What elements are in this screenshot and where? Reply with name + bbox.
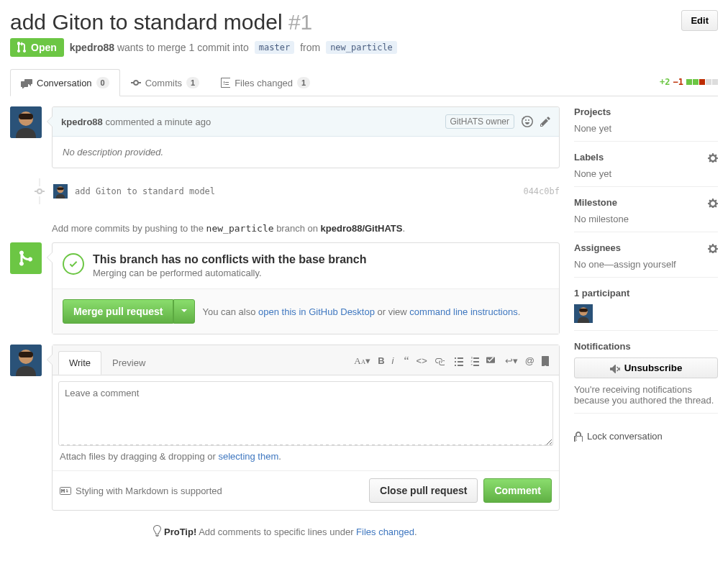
markdown-hint[interactable]: Styling with Markdown is supported — [60, 485, 222, 496]
italic-icon[interactable]: i — [392, 355, 394, 366]
tab-conversation[interactable]: Conversation 0 — [10, 69, 120, 96]
owner-badge: GitHATS owner — [445, 114, 514, 129]
git-commit-icon — [35, 186, 45, 196]
check-icon — [63, 253, 84, 275]
sidebar-projects-value: None yet — [574, 123, 718, 134]
commit-sha[interactable]: 044c0bf — [523, 186, 560, 196]
unsubscribe-button[interactable]: Unsubscribe — [574, 357, 718, 378]
head-branch[interactable]: new_particle — [326, 41, 397, 54]
comment-button[interactable]: Comment — [483, 478, 552, 503]
avatar[interactable] — [10, 106, 42, 138]
pr-author[interactable]: kpedro88 — [70, 42, 114, 53]
merge-hint: You can also open this in GitHub Desktop… — [202, 306, 520, 317]
tab-preview[interactable]: Preview — [101, 351, 156, 375]
comment-body: No description provided. — [53, 137, 559, 168]
sidebar-labels-value: None yet — [574, 168, 718, 179]
state-open-badge: Open — [10, 38, 64, 57]
mute-icon — [610, 363, 620, 373]
push-hint: Add more commits by pushing to the new_p… — [10, 204, 560, 242]
file-diff-icon — [221, 77, 230, 88]
comment-discussion-icon — [21, 78, 32, 88]
list-ul-icon[interactable] — [455, 356, 463, 366]
diffstat: +2 −1 — [660, 77, 718, 87]
markdown-icon — [60, 487, 71, 495]
link-icon[interactable] — [434, 356, 445, 366]
sidebar-milestone-value: No milestone — [574, 214, 718, 224]
mention-icon[interactable]: @ — [525, 355, 534, 366]
quote-icon[interactable]: “ — [404, 355, 409, 368]
edit-button[interactable]: Edit — [681, 10, 718, 31]
git-merge-icon — [10, 242, 42, 274]
sidebar-projects-title[interactable]: Projects — [574, 106, 718, 117]
merge-status-sub: Merging can be performed automatically. — [93, 268, 367, 278]
sidebar-assignees-value[interactable]: No one—assign yourself — [574, 259, 718, 270]
gear-icon[interactable] — [708, 198, 718, 208]
pr-title: add Giton to standard model #1 — [10, 10, 312, 34]
participant-avatar[interactable] — [574, 304, 593, 323]
add-reaction-icon[interactable]: + — [522, 116, 533, 127]
commit-row: add Giton to standard model 044c0bf — [10, 178, 560, 204]
git-pull-request-icon — [17, 42, 27, 53]
gear-icon[interactable] — [708, 243, 718, 253]
tab-write[interactable]: Write — [58, 351, 101, 375]
heading-icon[interactable]: AA▾ — [354, 355, 370, 367]
comment-textarea[interactable] — [58, 381, 553, 446]
sidebar-labels-title[interactable]: Labels — [574, 152, 718, 163]
sidebar-milestone-title[interactable]: Milestone — [574, 197, 718, 208]
attach-hint: Attach files by dragging & dropping or s… — [58, 448, 553, 465]
sidebar-notifications-title: Notifications — [574, 341, 718, 352]
reply-icon[interactable]: ↩▾ — [505, 355, 518, 366]
bold-icon[interactable]: B — [378, 355, 384, 366]
list-ol-icon[interactable] — [470, 356, 479, 366]
merge-button[interactable]: Merge pull request — [63, 299, 173, 324]
avatar[interactable] — [10, 345, 42, 376]
close-pr-button[interactable]: Close pull request — [369, 478, 478, 503]
lock-icon — [574, 432, 583, 442]
pencil-icon[interactable] — [540, 116, 550, 127]
merge-status-title: This branch has no conflicts with the ba… — [93, 253, 367, 266]
tasklist-icon[interactable] — [486, 356, 495, 366]
svg-text:+: + — [522, 116, 525, 122]
base-branch[interactable]: master — [255, 41, 294, 54]
code-icon[interactable]: <> — [417, 355, 427, 366]
tab-files-changed[interactable]: Files changed 1 — [210, 69, 321, 96]
merge-options-caret[interactable] — [173, 299, 195, 324]
tab-commits[interactable]: Commits 1 — [120, 69, 210, 96]
protip: ProTip! Add comments to specific lines u… — [10, 525, 560, 537]
comment-author[interactable]: kpedro88 — [61, 117, 103, 127]
notification-reason: You're receiving notifications because y… — [574, 384, 718, 406]
lock-conversation[interactable]: Lock conversation — [574, 424, 718, 442]
sidebar-assignees-title[interactable]: Assignees — [574, 242, 718, 253]
lightbulb-icon — [153, 525, 161, 537]
git-commit-icon — [131, 77, 141, 88]
bookmark-icon[interactable] — [542, 356, 549, 366]
commit-message[interactable]: add Giton to standard model — [75, 186, 516, 196]
gear-icon[interactable] — [708, 152, 718, 163]
markdown-toolbar: AA▾ B i “ <> ↩▾ — [354, 355, 553, 372]
commit-avatar[interactable] — [53, 184, 68, 199]
svg-point-4 — [37, 189, 42, 193]
sidebar-participants-title: 1 participant — [574, 288, 718, 298]
